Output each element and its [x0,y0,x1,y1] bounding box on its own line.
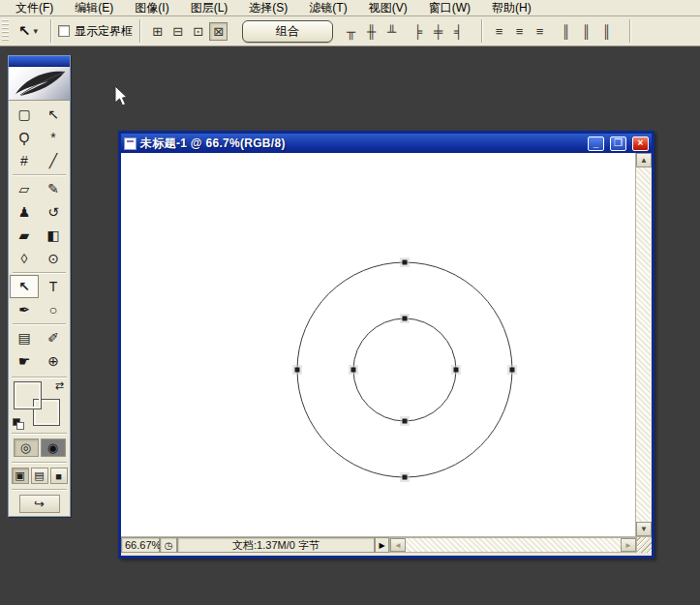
scroll-left-icon[interactable]: ◄ [390,538,406,552]
close-button[interactable]: × [632,136,649,151]
menu-image[interactable]: 图像(I) [125,0,178,17]
distribute-left-icon[interactable]: ║ [557,22,575,41]
toolbox-palette: ▢ ↖ Ϙ * # ╱ ▱ ✎ ♟ ↺ ▰ ◧ [8,55,71,517]
menu-help[interactable]: 帮助(H) [482,0,541,17]
zoom-level-field[interactable]: 66.67% [121,537,160,553]
minimize-button[interactable]: _ [588,136,604,151]
tool-options-bar: ↖ ▾ 显示定界框 ⊞ ⊟ ⊡ ⊠ 组合 ╥ ╫ ╨ ╞ ╪ ╡ ≡ ≡ [0,16,700,46]
foreground-color-swatch[interactable] [15,382,41,408]
rectangular-marquee-tool-icon[interactable]: ▢ [10,103,39,126]
standard-mode-icon[interactable]: ◎ [14,439,39,457]
combine-button[interactable]: 组合 [242,20,333,43]
timer-icon[interactable]: ◷ [160,537,177,553]
align-hcenter-icon[interactable]: ╪ [429,22,447,41]
pen-tool-icon[interactable]: ✒ [10,298,39,321]
vertical-scrollbar[interactable]: ▲ ▼ [635,153,651,536]
status-bar: 66.67% ◷ 文档:1.37M/0 字节 ▶ ◄ ► [121,536,652,553]
photoshop-application: 文件(F) 编辑(E) 图像(I) 图层(L) 选择(S) 滤镜(T) 视图(V… [0,0,700,605]
add-shape-area-icon[interactable]: ⊞ [148,22,167,41]
brush-tool-icon[interactable]: ✎ [39,177,68,200]
default-colors-icon[interactable] [13,418,26,431]
align-bottom-icon[interactable]: ╨ [382,22,401,41]
distribute-hcenter-icon[interactable]: ║ [577,22,595,41]
photoshop-feather-logo[interactable] [9,67,70,101]
subtract-shape-area-icon[interactable]: ⊟ [168,22,187,41]
eraser-tool-icon[interactable]: ▰ [10,224,39,247]
ellipse-shape-tool-icon[interactable]: ○ [39,298,68,321]
swap-colors-icon[interactable]: ⇄ [55,379,64,392]
quick-mask-group: ◎ ◉ [9,436,70,460]
history-brush-tool-icon[interactable]: ↺ [39,200,68,224]
align-left-icon[interactable]: ╞ [409,22,427,41]
feather-icon [12,69,68,98]
show-bounding-box-checkbox[interactable] [58,25,70,37]
align-top-icon[interactable]: ╥ [342,22,360,41]
distribute-right-icon[interactable]: ║ [597,22,616,41]
hand-tool-icon[interactable]: ☛ [10,349,39,373]
distribute-vcenter-icon[interactable]: ≡ [510,22,529,41]
divider [12,377,67,378]
toolbox-title-bar[interactable] [9,56,70,67]
notes-tool-icon[interactable]: ▤ [10,326,39,349]
circle-paths[interactable] [121,153,635,536]
separator [50,19,51,43]
distribute-group-horizontal: ≡ ≡ ≡ [489,22,550,41]
show-bounding-box-option[interactable]: 显示定界框 [58,23,133,40]
jump-to-imageready-icon[interactable]: ↪ [19,495,60,513]
crop-tool-icon[interactable]: # [10,149,39,172]
slice-tool-icon[interactable]: ╱ [39,149,68,172]
distribute-bottom-icon[interactable]: ≡ [531,22,549,41]
divider [12,489,67,490]
shape-combine-group: ⊞ ⊟ ⊡ ⊠ [147,22,228,41]
resize-grip[interactable] [637,537,652,553]
canvas[interactable] [121,153,635,536]
document-size-info[interactable]: 文档:1.37M/0 字节 [177,537,375,553]
eyedropper-tool-icon[interactable]: ✐ [39,326,68,349]
clone-stamp-tool-icon[interactable]: ♟ [10,200,39,224]
path-selection-tool-icon: ↖ [18,22,31,40]
menu-filter[interactable]: 滤镜(T) [299,0,356,17]
imageready-group: ↪ [9,492,70,516]
current-tool-button[interactable]: ↖ ▾ [13,20,44,42]
maximize-button[interactable]: ❐ [610,136,626,151]
menu-window[interactable]: 窗口(W) [419,0,480,17]
align-group-vertical: ╞ ╪ ╡ [408,22,469,41]
status-menu-arrow-icon[interactable]: ▶ [375,537,389,553]
separator [139,19,140,43]
type-tool-icon[interactable]: T [39,275,68,298]
separator [481,19,482,43]
fullscreen-with-menubar-icon[interactable]: ▤ [31,468,48,484]
document-window: 未标题-1 @ 66.7%(RGB/8) _ ❐ × ▲ ▼ 66.67% ◷ … [118,131,654,559]
healing-brush-tool-icon[interactable]: ▱ [10,177,39,200]
lasso-tool-icon[interactable]: Ϙ [10,126,39,149]
align-vcenter-icon[interactable]: ╫ [362,22,380,41]
quick-mask-mode-icon[interactable]: ◉ [41,439,66,457]
blur-tool-icon[interactable]: ◊ [10,247,39,270]
standard-screen-mode-icon[interactable]: ▣ [12,468,29,484]
distribute-top-icon[interactable]: ≡ [490,22,508,41]
menu-layer[interactable]: 图层(L) [181,0,238,17]
align-right-icon[interactable]: ╡ [449,22,468,41]
exclude-shape-area-icon[interactable]: ⊠ [209,22,228,41]
options-bar-grip[interactable] [2,19,9,43]
document-body: ▲ ▼ [121,153,652,536]
dodge-tool-icon[interactable]: ⊙ [39,247,68,270]
horizontal-scrollbar[interactable]: ◄ ► [389,537,637,553]
scroll-up-icon[interactable]: ▲ [636,153,652,167]
zoom-tool-icon[interactable]: ⊕ [39,349,68,373]
menu-select[interactable]: 选择(S) [239,0,297,17]
intersect-shape-area-icon[interactable]: ⊡ [189,22,207,41]
document-icon [124,137,137,150]
scroll-down-icon[interactable]: ▼ [636,522,652,536]
menu-view[interactable]: 视图(V) [359,0,417,17]
menu-file[interactable]: 文件(F) [6,0,63,17]
path-selection-tool-icon[interactable]: ↖ [10,275,39,298]
menu-edit[interactable]: 编辑(E) [65,0,123,17]
divider [13,323,66,324]
fullscreen-mode-icon[interactable]: ■ [50,468,68,484]
gradient-tool-icon[interactable]: ◧ [39,224,68,247]
magic-wand-tool-icon[interactable]: * [39,126,68,149]
document-title-bar[interactable]: 未标题-1 @ 66.7%(RGB/8) _ ❐ × [121,134,652,153]
move-tool-icon[interactable]: ↖ [39,103,68,126]
scroll-right-icon[interactable]: ► [621,538,636,552]
